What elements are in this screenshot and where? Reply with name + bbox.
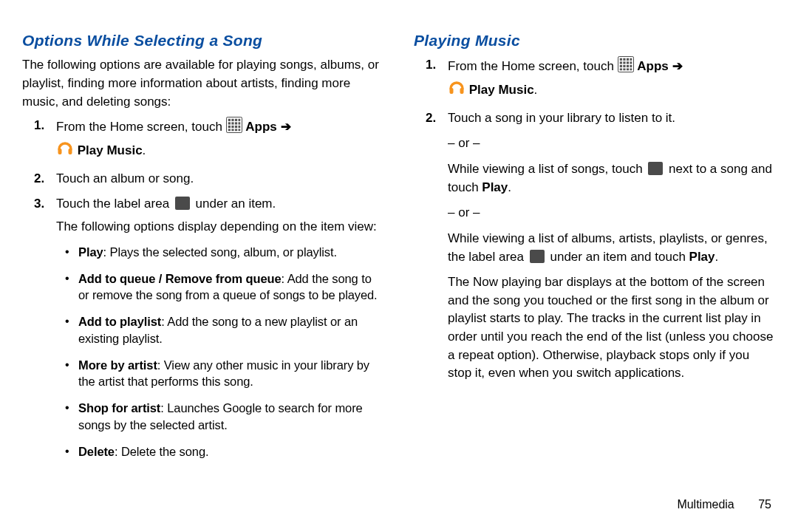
label-block-icon — [648, 162, 663, 175]
svg-rect-13 — [228, 129, 230, 132]
footer-section: Multimedia — [677, 498, 734, 511]
svg-rect-18 — [69, 149, 72, 154]
now-playing-paragraph: The Now playing bar displays at the bott… — [414, 273, 776, 383]
play-music-label: Play Music — [78, 143, 143, 157]
svg-rect-5 — [228, 123, 230, 125]
svg-rect-32 — [619, 69, 621, 71]
document-page: Options While Selecting a Song The follo… — [0, 0, 798, 532]
heading-options: Options While Selecting a Song — [22, 30, 384, 52]
or-separator-2: – or – — [414, 204, 776, 222]
while-list-songs: While viewing a list of songs, touch nex… — [414, 160, 776, 197]
svg-rect-29 — [623, 65, 625, 67]
r-step1-text-a: From the Home screen, touch — [448, 59, 618, 73]
footer-page-number: 75 — [758, 498, 771, 511]
svg-rect-26 — [627, 62, 629, 64]
svg-rect-28 — [619, 65, 621, 67]
apps-icon — [226, 117, 242, 139]
svg-rect-30 — [627, 65, 629, 67]
step-1: From the Home screen, touch — [22, 117, 384, 162]
svg-rect-17 — [58, 149, 62, 154]
svg-rect-12 — [238, 126, 240, 128]
arrow-icon: ➔ — [672, 59, 683, 73]
svg-rect-6 — [231, 123, 233, 125]
bullet-more-artist: More by artist: View any other music in … — [22, 357, 384, 390]
svg-rect-15 — [235, 129, 237, 132]
apps-label: Apps — [245, 120, 280, 134]
options-bullet-list: Play: Plays the selected song, album, or… — [22, 244, 384, 460]
heading-playing: Playing Music — [414, 30, 776, 52]
label-block-icon — [530, 250, 545, 263]
svg-rect-25 — [623, 62, 625, 64]
right-step-2: Touch a song in your library to listen t… — [414, 109, 776, 128]
apps-label: Apps — [637, 59, 672, 73]
step3-text-a: Touch the label area — [56, 197, 173, 211]
apps-icon — [618, 56, 634, 78]
svg-rect-16 — [238, 129, 240, 132]
svg-rect-31 — [630, 65, 632, 67]
step-2: Touch an album or song. — [22, 170, 384, 188]
or-separator-1: – or – — [414, 134, 776, 153]
left-column: Options While Selecting a Song The follo… — [22, 30, 384, 470]
svg-rect-35 — [630, 69, 632, 71]
svg-rect-4 — [238, 119, 240, 121]
step3-followup: The following options display depending … — [56, 219, 377, 233]
play-music-label: Play Music — [469, 83, 534, 97]
page-footer: Multimedia 75 — [677, 498, 771, 511]
svg-rect-27 — [630, 62, 632, 64]
bullet-add-queue: Add to queue / Remove from queue: Add th… — [22, 270, 384, 304]
svg-rect-22 — [627, 58, 629, 61]
right-step-1: From the Home screen, touch — [414, 56, 776, 101]
svg-rect-23 — [630, 58, 632, 61]
intro-paragraph: The following options are available for … — [22, 56, 384, 111]
svg-rect-37 — [460, 88, 464, 94]
svg-rect-7 — [235, 123, 237, 125]
svg-rect-9 — [228, 126, 230, 128]
bullet-play: Play: Plays the selected song, album, or… — [22, 244, 384, 260]
bullet-shop-artist: Shop for artist: Launches Google to sear… — [22, 400, 384, 433]
svg-rect-8 — [238, 123, 240, 125]
svg-rect-36 — [450, 88, 454, 94]
svg-rect-20 — [619, 58, 621, 61]
svg-rect-34 — [627, 69, 629, 71]
label-block-icon — [175, 197, 190, 210]
svg-rect-1 — [228, 119, 230, 121]
svg-rect-3 — [235, 119, 237, 121]
step1-text-a: From the Home screen, touch — [56, 120, 226, 134]
arrow-icon: ➔ — [281, 120, 291, 134]
bullet-delete: Delete: Delete the song. — [22, 443, 384, 460]
while-list-albums: While viewing a list of albums, artists,… — [414, 230, 776, 266]
bullet-add-playlist: Add to playlist: Add the song to a new p… — [22, 313, 384, 347]
right-column: Playing Music From the Home screen, touc… — [414, 30, 776, 470]
step-3: Touch the label area under an item. The … — [22, 195, 384, 236]
play-music-icon — [56, 139, 74, 163]
svg-rect-21 — [623, 58, 625, 61]
svg-rect-24 — [619, 62, 621, 64]
svg-rect-11 — [235, 126, 237, 128]
svg-rect-14 — [231, 129, 233, 132]
svg-rect-2 — [231, 119, 233, 121]
svg-rect-33 — [623, 69, 625, 71]
svg-rect-10 — [231, 126, 233, 128]
step3-text-b: under an item. — [196, 197, 276, 211]
play-music-icon — [448, 78, 466, 102]
